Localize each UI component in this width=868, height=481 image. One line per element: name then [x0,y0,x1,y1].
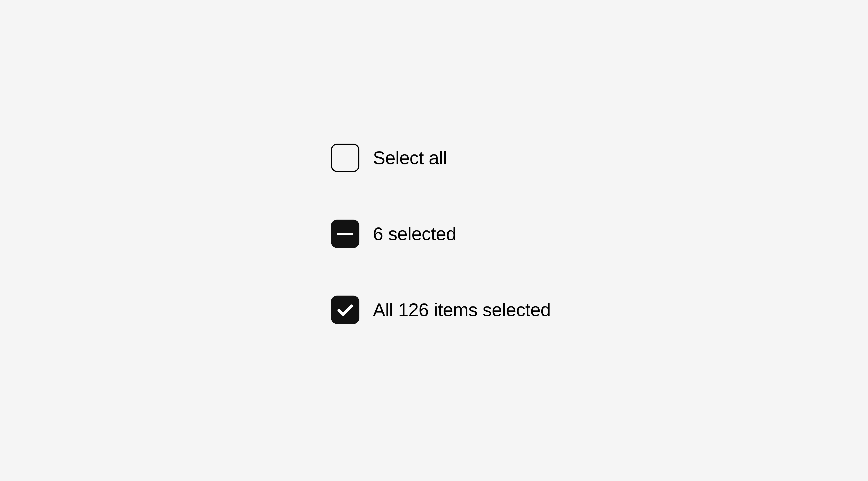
checkbox-label-unchecked[interactable]: Select all [373,147,447,169]
minus-icon [337,233,353,235]
checkbox-label-checked[interactable]: All 126 items selected [373,299,551,321]
checkbox-row-checked: All 126 items selected [331,296,551,324]
checkbox-states-container: Select all 6 selected All 126 items sele… [331,144,551,324]
checkbox-row-unchecked: Select all [331,144,551,172]
checkbox-unchecked[interactable] [331,144,360,172]
checkbox-indeterminate[interactable] [331,219,360,248]
checkbox-row-indeterminate: 6 selected [331,219,551,248]
checkbox-checked[interactable] [331,296,360,324]
checkbox-label-indeterminate[interactable]: 6 selected [373,223,456,244]
check-icon [336,300,355,319]
